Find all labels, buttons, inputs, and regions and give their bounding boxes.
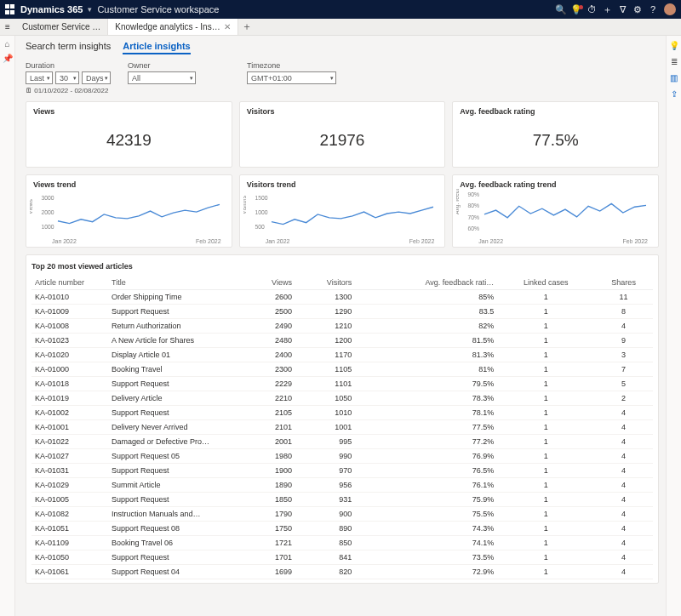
close-icon[interactable]: ✕ [224,22,231,31]
cell-title: Summit Article [108,478,244,493]
cell-visitors: 956 [295,478,355,493]
duration-period-select[interactable]: Days [82,71,111,84]
col-shares[interactable]: Shares [594,276,653,290]
hamburger-icon[interactable]: ≡ [0,19,15,35]
tab-knowledge-analytics[interactable]: Knowledge analytics - Ins… ✕ [108,19,237,35]
table-row[interactable]: KA-01020Display Article 012400117081.3%1… [31,348,653,362]
cell-linked: 1 [497,362,594,377]
cell-shares: 4 [594,406,653,420]
cell-visitors: 990 [295,449,355,464]
duration-count-select[interactable]: 30 [55,71,79,84]
cell-linked: 1 [497,377,594,391]
table-row[interactable]: KA-01019Delivery Article2210105078.3%12 [31,391,653,406]
chevron-down-icon[interactable]: ▾ [88,5,92,14]
x-axis-start: Jan 2022 [266,238,290,244]
home-icon[interactable]: ⌂ [4,39,9,48]
table-row[interactable]: KA-01050Support Request170184173.5%14 [31,550,653,565]
cell-shares: 3 [594,348,653,362]
table-row[interactable]: KA-01029Summit Article189095676.1%14 [31,478,653,493]
col-views[interactable]: Views [244,276,295,290]
x-axis-end: Feb 2022 [622,238,648,244]
table-row[interactable]: KA-01000Booking Travel2300110581%17 [31,362,653,377]
cell-shares: 4 [594,464,653,478]
duration-unit-select[interactable]: Last [26,71,53,84]
table-row[interactable]: KA-01023A New Article for Shares24801200… [31,334,653,348]
share-icon[interactable]: ⇪ [671,89,678,99]
clock-icon[interactable]: ⏱ [584,4,599,14]
col-linked[interactable]: Linked cases [497,276,594,290]
cell-shares: 4 [594,522,653,536]
cell-views: 2101 [244,420,295,435]
table-row[interactable]: KA-01001Delivery Never Arrived2101100177… [31,420,653,435]
cell-article-number: KA-01001 [31,420,108,435]
table-row[interactable]: KA-01051Support Request 08175089074.3%14 [31,522,653,536]
subtab-search-term[interactable]: Search term insights [26,41,111,54]
cell-article-number: KA-01008 [31,319,108,334]
plus-icon[interactable]: ＋ [599,3,615,16]
cell-linked: 1 [497,435,594,449]
table-row[interactable]: KA-01002Support Request2105101078.1%14 [31,406,653,420]
cell-linked: 1 [497,348,594,362]
timezone-select[interactable]: GMT+01:00 [247,71,336,84]
col-feedback[interactable]: Avg. feedback rati… [355,276,497,290]
table-row[interactable]: KA-01010Order Shipping Time2600130085%11… [31,290,653,305]
tab-customer-service[interactable]: Customer Service … [15,19,108,35]
owner-select[interactable]: All [128,71,196,84]
cell-views: 2600 [244,290,295,305]
help-icon[interactable]: ? [645,4,661,14]
cell-linked: 1 [497,522,594,536]
cell-linked: 1 [497,305,594,319]
cell-article-number: KA-01082 [31,507,108,522]
cell-title: Support Request 04 [108,565,244,579]
pin-icon[interactable]: 📌 [3,54,13,63]
table-row[interactable]: KA-01009Support Request2500129083.518 [31,305,653,319]
table-row[interactable]: KA-01061Support Request 04169982072.9%14 [31,565,653,579]
cell-visitors: 841 [295,550,355,565]
table-row[interactable]: KA-01005Support Request185093175.9%14 [31,493,653,507]
filters-row: Duration Last 30 Days 01/10/2022 - 02/08… [26,60,659,94]
bulb-icon[interactable]: 💡 [669,41,679,50]
notification-icon[interactable]: 💡 [569,4,584,15]
cell-article-number: KA-01018 [31,377,108,391]
cell-linked: 1 [497,464,594,478]
top-articles-table: Article number Title Views Visitors Avg.… [31,276,653,579]
table-row[interactable]: KA-01027Support Request 05198099076.9%14 [31,449,653,464]
table-row[interactable]: KA-01082Instruction Manuals and…17909007… [31,507,653,522]
waffle-icon[interactable] [5,4,15,14]
search-icon[interactable]: 🔍 [553,4,569,15]
cell-title: Support Request [108,493,244,507]
col-visitors[interactable]: Visitors [295,276,355,290]
cell-linked: 1 [497,391,594,406]
cell-article-number: KA-01005 [31,493,108,507]
table-row[interactable]: KA-01109Booking Travel 06172185074.1%14 [31,536,653,550]
table-row[interactable]: KA-01022Damaged or Defective Pro…2001995… [31,435,653,449]
svg-text:60%: 60% [468,225,480,231]
left-rail: ⌂ 📌 [0,36,15,616]
col-title[interactable]: Title [108,276,244,290]
cell-visitors: 1101 [295,377,355,391]
workspace-tabbar: ≡ Customer Service … Knowledge analytics… [0,19,681,36]
cell-views: 2500 [244,305,295,319]
filter-icon[interactable]: ∇ [615,4,630,15]
table-row[interactable]: KA-01031Support Request190097076.5%14 [31,464,653,478]
cell-feedback: 76.1% [355,478,497,493]
cell-article-number: KA-01010 [31,290,108,305]
avatar[interactable] [664,3,676,15]
table-row[interactable]: KA-01008Return Authorization2490121082%1… [31,319,653,334]
cell-shares: 4 [594,420,653,435]
x-axis-end: Feb 2022 [409,238,435,244]
cell-title: Support Request [108,305,244,319]
cell-visitors: 1001 [295,420,355,435]
table-row[interactable]: KA-01018Support Request2229110179.5%15 [31,377,653,391]
gear-icon[interactable]: ⚙ [630,4,645,15]
cell-visitors: 1210 [295,319,355,334]
col-article-number[interactable]: Article number [31,276,108,290]
list-icon[interactable]: ≣ [671,57,678,66]
trend-feedback-title: Avg. feedback rating trend [456,180,655,189]
doc-icon[interactable]: ▥ [670,73,678,83]
subtab-article-insights[interactable]: Article insights [123,41,190,54]
duration-filter: Duration Last 30 Days 01/10/2022 - 02/08… [26,61,111,94]
cell-feedback: 81% [355,362,497,377]
cell-shares: 9 [594,334,653,348]
add-tab-button[interactable]: ＋ [238,19,255,35]
